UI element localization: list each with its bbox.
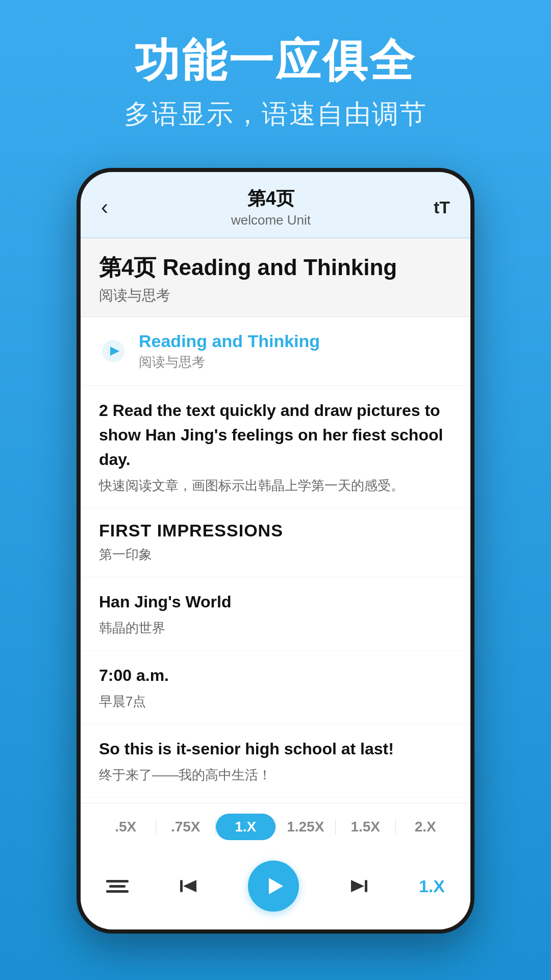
- speed-option-1x[interactable]: 1.X: [216, 814, 276, 840]
- page-heading-title: 第4页 Reading and Thinking: [99, 253, 452, 283]
- top-title: 功能一应俱全: [124, 31, 427, 91]
- content-zh-0: 快速阅读文章，画图标示出韩晶上学第一天的感受。: [99, 476, 452, 496]
- section-title-en: FIRST IMPRESSIONS: [99, 521, 452, 541]
- page-title: 第4页: [231, 186, 311, 211]
- phone-content: 第4页 Reading and Thinking 阅读与思考 Reading a…: [81, 238, 470, 803]
- speed-option-75x[interactable]: .75X: [156, 814, 216, 840]
- audio-icon[interactable]: [99, 337, 128, 365]
- audio-text: Reading and Thinking 阅读与思考: [139, 331, 320, 371]
- back-button[interactable]: ‹: [101, 197, 108, 218]
- speed-option-2x[interactable]: 2.X: [396, 814, 456, 840]
- speed-bar: .5X.75X1.X1.25X1.5X2.X: [81, 803, 470, 850]
- svg-marker-4: [269, 878, 283, 894]
- page-heading-section: 第4页 Reading and Thinking 阅读与思考: [81, 238, 470, 317]
- page-subtitle: welcome Unit: [231, 212, 311, 228]
- content-en-2: Han Jing's World: [99, 590, 452, 614]
- top-text-block: 功能一应俱全 多语显示，语速自由调节: [124, 31, 427, 132]
- content-item-time: 7:00 a.m. 早晨7点: [81, 651, 470, 724]
- top-subtitle: 多语显示，语速自由调节: [124, 96, 427, 132]
- filter-line-1: [106, 880, 129, 883]
- content-en-0: 2 Read the text quickly and draw picture…: [99, 398, 452, 472]
- svg-marker-6: [351, 880, 364, 892]
- speed-option-5x[interactable]: .5X: [96, 814, 156, 840]
- player-controls: 1.X: [81, 850, 470, 929]
- content-zh-2: 韩晶的世界: [99, 618, 452, 638]
- svg-marker-3: [183, 880, 196, 892]
- audio-section[interactable]: Reading and Thinking 阅读与思考: [81, 317, 470, 386]
- filter-line-3: [106, 890, 129, 893]
- content-item-instruction: 2 Read the text quickly and draw picture…: [81, 386, 470, 508]
- content-item-senior: So this is it-senior high school at last…: [81, 724, 470, 798]
- content-item-outgoing: I'm not outgoing so I'm a little anxious…: [81, 798, 470, 803]
- speed-option-125x[interactable]: 1.25X: [276, 814, 336, 840]
- current-speed-label[interactable]: 1.X: [419, 876, 445, 896]
- audio-subtitle: 阅读与思考: [139, 353, 320, 371]
- next-button[interactable]: [348, 875, 370, 897]
- content-en-4: So this is it-senior high school at last…: [99, 737, 452, 761]
- filter-line-2: [109, 885, 126, 888]
- speed-option-15x[interactable]: 1.5X: [336, 814, 395, 840]
- phone-header: ‹ 第4页 welcome Unit tT: [81, 172, 470, 238]
- content-en-3: 7:00 a.m.: [99, 663, 452, 688]
- section-title-zh: 第一印象: [99, 545, 452, 565]
- content-item-han-jing-world: Han Jing's World 韩晶的世界: [81, 577, 470, 651]
- font-size-button[interactable]: tT: [434, 198, 450, 217]
- content-item-first-impressions: FIRST IMPRESSIONS 第一印象: [81, 508, 470, 577]
- prev-button[interactable]: [177, 875, 199, 897]
- page-heading-subtitle: 阅读与思考: [99, 286, 452, 305]
- svg-rect-2: [180, 880, 183, 892]
- phone-mockup: ‹ 第4页 welcome Unit tT 第4页 Reading and Th…: [77, 168, 474, 934]
- filter-button[interactable]: [106, 880, 129, 893]
- header-center: 第4页 welcome Unit: [231, 186, 311, 228]
- svg-rect-5: [365, 880, 367, 892]
- play-button[interactable]: [248, 861, 299, 912]
- content-zh-3: 早晨7点: [99, 692, 452, 712]
- content-zh-4: 终于来了——我的高中生活！: [99, 765, 452, 785]
- audio-title: Reading and Thinking: [139, 331, 320, 351]
